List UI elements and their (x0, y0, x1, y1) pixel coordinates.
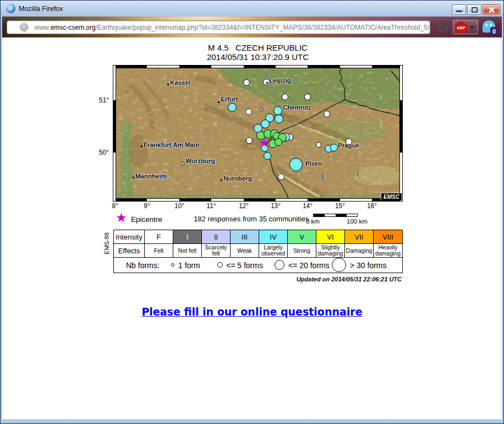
window-titlebar: Mozilla Firefox (1, 1, 503, 17)
url-domain: emsc-csem.org (51, 24, 96, 31)
intensity-cell: V (288, 230, 316, 244)
maximize-button[interactable] (467, 4, 481, 15)
legend-epicentre-label: Epicentre (131, 215, 162, 224)
lat-label: 51° (85, 96, 109, 104)
map-dot-w (245, 108, 252, 115)
nb-forms-label: Nb forms: (126, 261, 160, 270)
window-bottom-border (1, 419, 503, 423)
city-label: Erfurt (221, 96, 238, 102)
map-dot-w (243, 79, 250, 86)
close-icon (488, 7, 495, 13)
effect-cell: Damaging (345, 244, 374, 258)
nb-form-label: <= 5 forms (226, 261, 263, 270)
ems98-side-label: EMS-98 (103, 227, 111, 260)
city-marker (141, 145, 143, 147)
effect-cell: Felt (145, 244, 173, 258)
nb-forms-row: Nb forms: 1 form<= 5 forms<= 20 forms> 3… (114, 258, 402, 273)
lon-label: 9° (139, 202, 155, 210)
city-label: Mannheim (135, 173, 167, 180)
city-label: Wurzburg (185, 157, 215, 164)
effect-cell: Heavily damaging (374, 244, 402, 258)
nb-form-label: 1 form (178, 261, 200, 270)
lon-label: 15° (332, 202, 348, 210)
intensity-cell: IV (259, 230, 288, 244)
intensity-cell: II (202, 230, 231, 244)
url-path: /Earthquake/popup_intensmap.php?id=38233… (96, 24, 430, 31)
map-dot-w (316, 142, 321, 148)
city-label: Chemnitz (283, 104, 311, 111)
effect-cell: Not felt (173, 244, 202, 258)
close-button[interactable] (483, 4, 500, 15)
effect-cell: Largely observed (259, 244, 288, 258)
window-title: Mozilla Firefox (19, 5, 63, 13)
map-dot-w (304, 94, 311, 100)
nb-form-circle (171, 263, 174, 267)
epicenter-star: ★ (259, 137, 270, 149)
quake-title: M 4.5 CZECH REPUBLIC (113, 43, 403, 52)
intensity-cell: VII (345, 230, 374, 244)
intensity-cell: VIII (374, 230, 402, 244)
intensity-map: KasselLeipzigErfurtChemnitzFrankfurt Am … (113, 65, 403, 202)
map-dot-w (278, 173, 284, 180)
browser-toolbar: www.emsc-csem.org/Earthquake/popup_inten… (2, 17, 502, 37)
map-dot-c (264, 152, 271, 160)
addon-ring-icon[interactable] (437, 21, 449, 34)
ghost-eye (490, 24, 492, 26)
effect-cell: Slightly damaging (316, 244, 345, 258)
site-globe-icon (20, 23, 28, 31)
map-dot-c (275, 115, 283, 123)
map-dot-c (330, 144, 338, 151)
map-dot-g (275, 138, 282, 146)
map-dot-w (324, 111, 330, 117)
city-marker (221, 180, 222, 181)
ghost-eye (485, 24, 487, 26)
map-dot-w (282, 94, 288, 100)
emsc-logo: EMSC (381, 193, 402, 200)
city-marker (133, 177, 134, 178)
city-label: Nurnberg (223, 175, 252, 182)
maximize-icon (472, 7, 478, 13)
city-label: Prague (338, 142, 359, 149)
intensity-cell: I (173, 230, 202, 244)
lon-label: 13° (267, 202, 284, 210)
map-dot-w (181, 162, 184, 165)
map-dot-w (246, 137, 253, 144)
intensity-cell: III (231, 230, 259, 244)
lon-label: 11° (203, 202, 220, 210)
city-marker (218, 101, 220, 103)
effects-header: Effects (114, 244, 145, 258)
intensity-cell: F (145, 230, 173, 244)
firefox-icon (6, 4, 15, 13)
map-dot-w (260, 108, 263, 111)
city-label: Kassel (170, 79, 190, 86)
adblock-plus-button[interactable]: ABP (453, 20, 478, 34)
lon-label: 12° (235, 202, 252, 210)
updated-timestamp: Updated on 2014/05/31 22:06:21 UTC (297, 276, 402, 282)
map-dot-c (273, 106, 282, 115)
legend-responses-text: 182 responses from 35 communities (194, 215, 309, 223)
scale-right-label: 100 km (347, 218, 368, 225)
questionnaire-link[interactable]: Please fill in our online questionnaire (2, 306, 502, 318)
map-dot-c (289, 158, 303, 171)
abp-dropdown-arrow (469, 26, 475, 29)
url-prefix: www. (35, 24, 51, 31)
intensity-cell: VI (316, 230, 345, 244)
lon-label: 10° (171, 202, 188, 210)
page-content: M 4.5 CZECH REPUBLIC 2014/05/31 10:37:20… (2, 37, 502, 419)
city-marker (167, 84, 169, 85)
adblock-plus-icon: ABP (455, 21, 467, 34)
map-dots-layer: KasselLeipzigErfurtChemnitzFrankfurt Am … (113, 66, 402, 201)
nb-form-circle (332, 258, 346, 272)
map-scale-bar (313, 214, 358, 217)
city-label: Frankfurt Am Main (144, 142, 199, 148)
city-marker (266, 82, 268, 84)
scale-left-label: 0 km (306, 218, 320, 225)
url-bar[interactable]: www.emsc-csem.org/Earthquake/popup_inten… (7, 20, 430, 34)
nb-form-label: > 30 forms (350, 261, 387, 270)
quake-datetime: 2014/05/31 10:37:20.9 UTC (113, 52, 403, 62)
minimize-button[interactable] (452, 4, 466, 15)
intensity-header: Intensity (114, 230, 145, 244)
lat-label: 50° (85, 149, 109, 156)
minimize-icon (456, 10, 462, 12)
effect-cell: Weak (231, 244, 259, 258)
